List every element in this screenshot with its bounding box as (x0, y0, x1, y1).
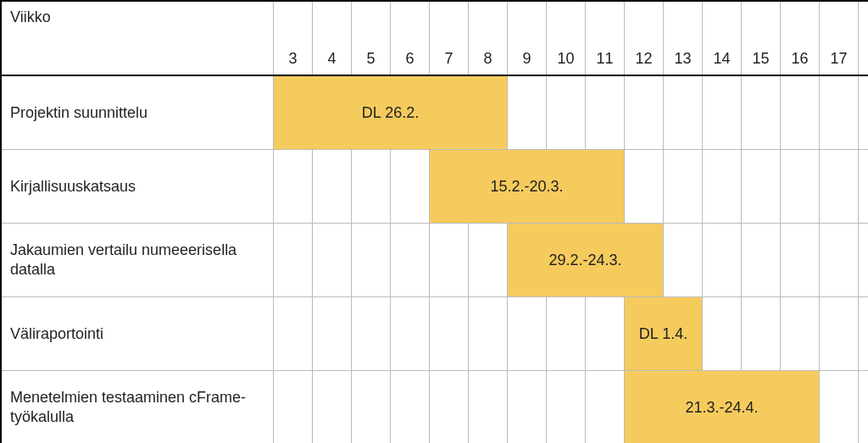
empty-cell (313, 224, 352, 297)
gantt-chart: Viikko 3 4 5 6 7 8 9 10 11 12 13 14 15 1… (0, 0, 868, 443)
empty-cell (820, 297, 859, 371)
empty-cell (781, 150, 820, 224)
week-header: 15 (742, 1, 781, 75)
empty-cell (391, 224, 430, 297)
empty-cell (703, 297, 742, 371)
empty-cell (547, 371, 586, 444)
empty-cell (859, 224, 869, 297)
week-header: 12 (625, 1, 664, 75)
empty-cell (547, 75, 586, 150)
empty-cell (313, 150, 352, 224)
empty-cell (703, 75, 742, 150)
empty-cell (391, 297, 430, 371)
empty-cell (703, 224, 742, 297)
empty-cell (586, 75, 625, 150)
empty-cell (859, 75, 869, 150)
task-label: Väliraportointi (1, 297, 274, 371)
empty-cell (508, 75, 547, 150)
empty-cell (274, 371, 313, 444)
gantt-body: Projektin suunnittelu DL 26.2. Kirjallis… (1, 75, 868, 443)
week-header: 11 (586, 1, 625, 75)
week-header: 7 (430, 1, 469, 75)
task-label: Jakaumien vertailu numeeerisella datalla (1, 224, 274, 297)
empty-cell (274, 297, 313, 371)
empty-cell (586, 297, 625, 371)
empty-cell (274, 224, 313, 297)
empty-cell (586, 371, 625, 444)
empty-cell (469, 297, 508, 371)
empty-cell (508, 297, 547, 371)
task-bar: DL 26.2. (274, 75, 508, 150)
empty-cell (625, 150, 664, 224)
task-bar: 29.2.-24.3. (508, 224, 664, 297)
empty-cell (859, 371, 869, 444)
week-header: 5 (352, 1, 391, 75)
empty-cell (742, 75, 781, 150)
task-bar: 15.2.-20.3. (430, 150, 625, 224)
empty-cell (547, 297, 586, 371)
task-row: Kirjallisuuskatsaus 15.2.-20.3. (1, 150, 868, 224)
week-header: 13 (664, 1, 703, 75)
empty-cell (352, 371, 391, 444)
week-header: 17 (820, 1, 859, 75)
empty-cell (469, 224, 508, 297)
empty-cell (469, 371, 508, 444)
empty-cell (742, 224, 781, 297)
task-row: Väliraportointi DL 1.4. (1, 297, 868, 371)
empty-cell (742, 150, 781, 224)
empty-cell (664, 150, 703, 224)
empty-cell (664, 75, 703, 150)
empty-cell (742, 297, 781, 371)
empty-cell (430, 371, 469, 444)
empty-cell (820, 224, 859, 297)
empty-cell (274, 150, 313, 224)
week-header: 14 (703, 1, 742, 75)
task-row: Menetelmien testaaminen cFrame-työkalull… (1, 371, 868, 444)
empty-cell (352, 297, 391, 371)
empty-cell (859, 297, 869, 371)
week-header: 18 (859, 1, 869, 75)
empty-cell (391, 150, 430, 224)
empty-cell (820, 75, 859, 150)
empty-cell (820, 150, 859, 224)
empty-cell (430, 224, 469, 297)
empty-cell (820, 371, 859, 444)
empty-cell (781, 297, 820, 371)
task-label: Menetelmien testaaminen cFrame-työkalull… (1, 371, 274, 444)
empty-cell (391, 371, 430, 444)
empty-cell (352, 150, 391, 224)
header-label-cell: Viikko (1, 1, 274, 75)
empty-cell (625, 75, 664, 150)
empty-cell (313, 297, 352, 371)
task-bar: 21.3.-24.4. (625, 371, 820, 444)
empty-cell (664, 224, 703, 297)
task-label: Kirjallisuuskatsaus (1, 150, 274, 224)
week-header: 9 (508, 1, 547, 75)
week-header: 3 (274, 1, 313, 75)
empty-cell (352, 224, 391, 297)
empty-cell (859, 150, 869, 224)
task-row: Jakaumien vertailu numeeerisella datalla… (1, 224, 868, 297)
empty-cell (781, 224, 820, 297)
week-header: 4 (313, 1, 352, 75)
task-row: Projektin suunnittelu DL 26.2. (1, 75, 868, 150)
empty-cell (703, 150, 742, 224)
empty-cell (313, 371, 352, 444)
week-header: 8 (469, 1, 508, 75)
task-label: Projektin suunnittelu (1, 75, 274, 150)
week-header: 10 (547, 1, 586, 75)
empty-cell (508, 371, 547, 444)
header-row: Viikko 3 4 5 6 7 8 9 10 11 12 13 14 15 1… (1, 1, 868, 75)
task-bar: DL 1.4. (625, 297, 703, 371)
week-header: 16 (781, 1, 820, 75)
week-header: 6 (391, 1, 430, 75)
empty-cell (781, 75, 820, 150)
empty-cell (430, 297, 469, 371)
